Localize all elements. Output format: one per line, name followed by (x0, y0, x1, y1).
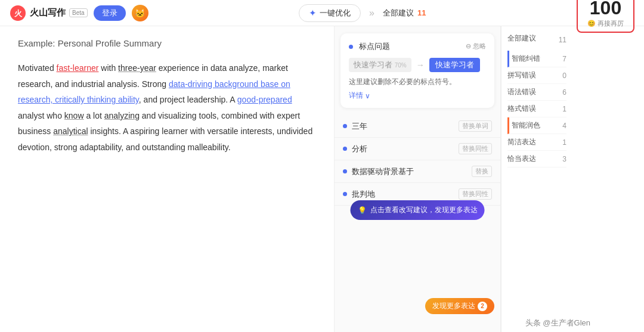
sidebar-item[interactable]: 格式错误 1 (507, 101, 566, 117)
doc-text-span: analyst who (18, 111, 64, 120)
suggest-panel: 标点问题 ⊖ 忽略 快速学习者 70% → 快速学习者 这里建议删除不必要的标点… (334, 26, 501, 332)
sidebar-item-label: 拼写错误 (507, 70, 536, 80)
sidebar-item-count: 7 (562, 55, 566, 63)
doc-text-span: know (64, 111, 84, 120)
sidebar-items: 智能纠错 7 拼写错误 0 语法错误 6 格式错误 1 智能润色 4 简洁表达 … (507, 51, 566, 167)
sidebar-item-label: 智能纠错 (512, 54, 540, 64)
discover-label: 发现更多表达 (432, 301, 475, 311)
tooltip-text: 点击查看改写建议，发现更多表达 (370, 205, 478, 215)
doc-body[interactable]: Motivated fast-learner with three-year e… (18, 60, 316, 156)
row-tag: 替换同性 (459, 188, 492, 200)
ignore-label: 忽略 (473, 42, 486, 51)
header: 火 火山写作 Beta 登录 🐱 ✦ 一键优化 » 全部建议 11 100 😊 … (0, 0, 644, 26)
optimize-label: 一键优化 (320, 8, 351, 18)
row-label: 批判地 (352, 189, 454, 200)
logo-text: 火山写作 (30, 7, 66, 18)
watermark: 头条 @生产者Glen (525, 318, 590, 328)
beta-badge: Beta (69, 8, 88, 17)
bulb-icon: 💡 (358, 206, 367, 215)
sidebar-item[interactable]: 简洁表达 1 (507, 134, 566, 151)
doc-text-span: , and project leadership. A (139, 95, 237, 104)
sidebar-all-count: 11 (559, 36, 566, 44)
suggest-desc: 这里建议删除不必要的标点符号。 (349, 77, 486, 87)
tooltip-bar: 💡 点击查看改写建议，发现更多表达 (351, 200, 485, 220)
row-label: 数据驱动背景基于 (352, 166, 467, 177)
all-suggest-header[interactable]: 全部建议 11 (383, 8, 426, 18)
suggest-dot (349, 45, 353, 49)
row-label: 三年 (352, 121, 454, 132)
svg-text:火: 火 (14, 9, 23, 18)
sidebar-item-count: 4 (562, 122, 566, 130)
word-compare: 快速学习者 70% → 快速学习者 (349, 58, 486, 72)
sidebar-item[interactable]: 语法错误 6 (507, 84, 566, 101)
suggest-row[interactable]: 三年 替换单词 (335, 115, 500, 138)
logo-area: 火 火山写作 Beta (10, 5, 88, 21)
login-button[interactable]: 登录 (94, 5, 126, 21)
word-original-tag: 70% (395, 62, 407, 69)
sidebar-header: 全部建议 11 (507, 33, 566, 46)
doc-text-span: a lot (84, 111, 104, 120)
spark-icon: ✦ (309, 8, 317, 18)
sidebar-item[interactable]: 智能润色 4 (507, 117, 566, 134)
row-dot (343, 124, 347, 128)
doc-title: Example: Personal Profile Summary (18, 38, 316, 48)
sidebar-item-label: 简洁表达 (507, 137, 536, 147)
row-label: 分析 (352, 144, 454, 154)
sidebar-item-count: 3 (562, 155, 566, 163)
doc-text-span: Motivated (18, 63, 57, 73)
chevron-right-icon: » (369, 8, 374, 18)
suggest-card: 标点问题 ⊖ 忽略 快速学习者 70% → 快速学习者 这里建议删除不必要的标点… (340, 33, 494, 108)
word-suggested[interactable]: 快速学习者 (429, 58, 480, 72)
main: Example: Personal Profile Summary Motiva… (0, 26, 644, 332)
editor-area[interactable]: Example: Personal Profile Summary Motiva… (0, 26, 334, 332)
suggest-row[interactable]: 数据驱动背景基于 替换 (335, 160, 500, 183)
arrow-icon: → (416, 60, 425, 70)
chevron-down-icon: ∨ (365, 92, 370, 100)
all-suggest-count: 11 (417, 8, 426, 17)
sidebar-item-count: 1 (562, 138, 566, 147)
suggest-type: 标点问题 (359, 42, 390, 51)
sidebar-item-count: 1 (562, 105, 566, 113)
row-tag: 替换同性 (459, 143, 492, 154)
sidebar-item[interactable]: 智能纠错 7 (507, 51, 566, 67)
sidebar-item-label: 语法错误 (507, 87, 536, 97)
discover-button[interactable]: 发现更多表达 2 (425, 298, 494, 314)
sidebar-item-count: 0 (562, 72, 566, 80)
circle-minus-icon: ⊖ (466, 42, 471, 50)
doc-text-span: good-prepared (237, 95, 292, 104)
doc-text-span: fast-learner (57, 63, 99, 73)
ignore-button[interactable]: ⊖ 忽略 (466, 42, 486, 51)
suggest-row[interactable]: 分析 替换同性 (335, 138, 500, 160)
doc-text-span: analytical (53, 126, 88, 136)
optimize-button[interactable]: ✦ 一键优化 (299, 4, 361, 22)
sidebar-item-count: 6 (562, 88, 566, 97)
doc-text-span: three-year (118, 63, 156, 73)
row-dot (343, 192, 347, 196)
sidebar-item[interactable]: 恰当表达 3 (507, 151, 566, 167)
row-tag: 替换单词 (459, 120, 492, 132)
logo-icon: 火 (10, 5, 26, 21)
score-number: 100 (587, 0, 624, 17)
discover-count: 2 (478, 302, 487, 311)
sidebar-item[interactable]: 拼写错误 0 (507, 67, 566, 84)
row-tag: 替换 (472, 166, 492, 177)
all-suggest-label: 全部建议 (383, 8, 414, 18)
suggest-card-header: 标点问题 ⊖ 忽略 (349, 41, 486, 52)
header-center: ✦ 一键优化 » 全部建议 11 (154, 4, 571, 22)
suggest-rows: 三年 替换单词 分析 替换同性 数据驱动背景基于 替换 批判地 替换同性 (335, 115, 500, 206)
row-dot (343, 169, 347, 173)
sidebar-item-label: 智能润色 (512, 120, 540, 131)
avatar-button[interactable]: 🐱 (132, 5, 148, 21)
discover-area: 发现更多表达 2 (335, 241, 500, 249)
detail-button[interactable]: 详情 ∨ (349, 91, 486, 101)
right-sidebar: 全部建议 11 智能纠错 7 拼写错误 0 语法错误 6 格式错误 1 智能润色… (501, 26, 572, 332)
suggest-bottom-area: 💡 点击查看改写建议，发现更多表达 (335, 206, 500, 241)
doc-text-span: with (98, 63, 118, 73)
word-original: 快速学习者 70% (349, 58, 411, 72)
sidebar-item-label: 格式错误 (507, 104, 536, 114)
suggest-card-title: 标点问题 (349, 41, 390, 52)
sidebar-all-suggest[interactable]: 全部建议 (507, 33, 536, 44)
sidebar-item-label: 恰当表达 (507, 154, 536, 164)
row-dot (343, 147, 347, 151)
doc-text-span: analyzing (104, 111, 140, 120)
